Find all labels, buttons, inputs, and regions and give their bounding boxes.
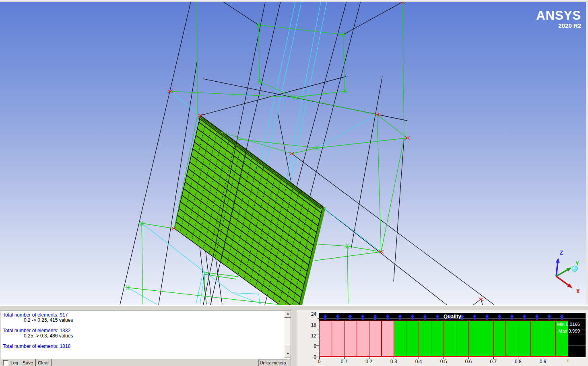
model-edge — [200, 273, 205, 304]
x-axis-label: 0.2 — [362, 359, 376, 364]
model-edge — [377, 115, 407, 138]
model-edge — [347, 246, 381, 252]
model-edge — [120, 2, 191, 305]
y-axis-label: 24 — [297, 312, 316, 317]
histogram-bar — [518, 321, 531, 356]
window-right-edge — [586, 2, 588, 305]
ansys-meshing-window: ZYX ANSYS 2020 R2 Total number of elemen… — [0, 0, 588, 366]
histogram-bar — [406, 321, 419, 356]
model-edge — [258, 25, 343, 35]
vertical-splitter[interactable] — [291, 310, 297, 366]
histogram-bar — [444, 321, 456, 356]
save-button[interactable]: Save — [20, 359, 36, 366]
log-checkbox[interactable] — [3, 360, 8, 366]
model-edge — [317, 115, 377, 148]
y-axis-tick — [316, 345, 319, 345]
model-edge — [292, 154, 494, 305]
model-edge — [317, 138, 407, 148]
model-edge — [142, 223, 174, 228]
log-checkbox-label: Log — [10, 360, 18, 365]
model-edge — [315, 252, 381, 261]
histogram-baseline — [319, 356, 568, 357]
triad-axis-z — [556, 261, 558, 276]
y-axis-minor-tick — [318, 340, 319, 340]
histogram-bar — [419, 321, 431, 356]
histogram-plot-area: Quality Min 0.0166 Max 0.999 — [319, 313, 586, 357]
triad-ball-highlight — [573, 267, 575, 269]
histogram-bar — [543, 321, 556, 356]
x-axis-label: 0.7 — [487, 359, 500, 364]
ansys-logo-name: ANSYS — [536, 9, 581, 23]
x-axis-label: 0 — [312, 359, 326, 364]
model-edge — [170, 91, 295, 97]
model-edge — [377, 115, 381, 252]
y-axis-tick — [316, 335, 319, 335]
triad-axis-y — [556, 269, 569, 276]
triad-ball — [572, 266, 578, 271]
console-messages: Total number of elements: 9170.2 -> 0.25… — [3, 313, 283, 349]
triad-label-z: Z — [560, 250, 563, 256]
green-star-marker — [125, 285, 130, 290]
model-edge — [260, 82, 345, 97]
histogram-bar — [394, 321, 406, 356]
quality-histogram-panel: Quality Min 0.0166 Max 0.999 06121824 00… — [297, 310, 588, 366]
ansys-logo-version: 2020 R2 — [536, 23, 581, 29]
histogram-title: Quality — [319, 313, 586, 319]
console-message-line: 0.2 -> 0.25, 415 values — [3, 318, 283, 323]
histogram-bar — [344, 321, 357, 356]
ansys-logo: ANSYS 2020 R2 — [536, 9, 581, 29]
orientation-triad: ZYX — [556, 250, 580, 295]
model-edge — [318, 244, 347, 246]
model-edge — [343, 2, 402, 35]
model-edge — [200, 76, 346, 115]
model-edge — [170, 91, 200, 115]
console-panel: Total number of elements: 9170.2 -> 0.25… — [0, 310, 297, 366]
histogram-bar — [493, 321, 506, 356]
window-top-edge — [0, 0, 588, 2]
triad-label-x: X — [576, 288, 580, 295]
histogram-min-label: Min 0.0166 — [557, 322, 580, 327]
console-output[interactable]: Total number of elements: 9170.2 -> 0.25… — [1, 310, 291, 359]
model-edge — [128, 288, 157, 304]
y-axis-label: 6 — [297, 344, 316, 349]
histogram-bar — [468, 321, 481, 356]
model-edge — [237, 139, 317, 148]
histogram-bar — [357, 321, 369, 356]
model-edge — [196, 271, 203, 304]
histogram-bar — [481, 321, 494, 356]
histogram-bars — [319, 313, 568, 357]
histogram-bar — [319, 321, 332, 356]
meshed-plate — [174, 115, 326, 305]
histogram-bar — [369, 321, 382, 356]
green-star-marker — [292, 95, 298, 100]
wireframe-scene: ZYX — [0, 2, 586, 305]
green-star-marker — [314, 146, 320, 150]
console-toolbar: Log Save Clear Units: meters — [0, 359, 297, 366]
histogram-bar — [456, 321, 469, 356]
x-axis-label: 0.1 — [337, 359, 351, 364]
console-message-line: 0.25 -> 0.3, 486 values — [3, 333, 283, 339]
histogram-bar — [332, 321, 345, 356]
histogram-bar — [530, 321, 543, 356]
y-axis-label: 18 — [297, 323, 316, 328]
triad-arrowhead-z — [556, 258, 560, 263]
units-indicator: Units: meters — [258, 360, 287, 366]
x-axis-label: 0.6 — [462, 359, 475, 364]
x-axis-label: 0.8 — [511, 359, 525, 364]
x-axis-label: 0.9 — [536, 359, 550, 364]
x-axis-label: 1 — [561, 359, 575, 364]
y-axis-minor-tick — [318, 351, 319, 351]
model-edge — [351, 76, 382, 249]
y-axis-minor-tick — [318, 329, 319, 329]
y-axis-tick — [316, 356, 319, 356]
graphics-viewport[interactable]: ZYX ANSYS 2020 R2 — [0, 2, 586, 305]
clear-button[interactable]: Clear — [35, 359, 52, 366]
histogram-bar — [431, 321, 444, 356]
y-axis-tick — [316, 313, 319, 313]
y-axis-tick — [316, 324, 319, 324]
x-axis-label: 0.4 — [412, 359, 425, 364]
console-scrollbar[interactable]: ▲ ▼ — [284, 310, 291, 358]
histogram-max-label: Max 0.999 — [558, 329, 580, 333]
histogram-bar — [382, 321, 394, 356]
x-axis-label: 0.5 — [437, 359, 450, 364]
